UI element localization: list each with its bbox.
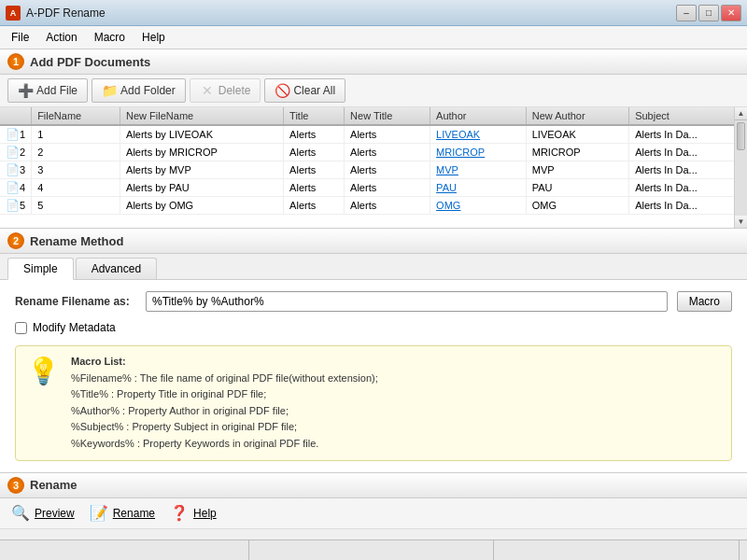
clear-all-icon: 🚫 <box>275 83 289 98</box>
minimize-button[interactable]: – <box>676 5 697 21</box>
section1-number: 1 <box>7 53 24 70</box>
rename-button[interactable]: 📝 Rename <box>90 504 155 523</box>
app-icon: A <box>6 6 21 21</box>
cell-new-filename: Alerts by MVP <box>120 161 284 179</box>
menu-help[interactable]: Help <box>134 29 173 46</box>
menu-file[interactable]: File <box>4 29 36 46</box>
cell-new-title: Alerts <box>345 161 430 179</box>
col-author: Author <box>430 107 527 125</box>
rename-filename-input[interactable] <box>146 291 668 312</box>
cell-new-author: LIVEOAK <box>526 125 628 144</box>
window-title: A-PDF Rename <box>26 7 676 20</box>
help-button[interactable]: ❓ Help <box>170 504 217 523</box>
cell-new-author: MVP <box>526 161 628 179</box>
macro-item: %Title% : Property Title in original PDF… <box>71 388 266 399</box>
cell-subject: Alerts In Da... <box>629 125 747 144</box>
clear-all-button[interactable]: 🚫 Clear All <box>264 78 345 103</box>
clear-all-label: Clear All <box>293 84 335 97</box>
section1-title: Add PDF Documents <box>30 55 150 69</box>
modify-metadata-checkbox[interactable] <box>15 322 27 334</box>
maximize-button[interactable]: □ <box>698 5 719 21</box>
table-row[interactable]: 📄1 1 Alerts by LIVEOAK Alerts Alerts LIV… <box>0 125 747 144</box>
preview-icon: 🔍 <box>11 504 30 523</box>
pdf-icon: 📄 <box>6 199 20 212</box>
author-link[interactable]: PAU <box>436 182 457 193</box>
author-link[interactable]: MVP <box>436 164 458 175</box>
section2-header: 2 Rename Method <box>0 229 747 254</box>
section3-title: Rename <box>30 478 78 492</box>
close-button[interactable]: ✕ <box>721 5 741 21</box>
cell-title: Alerts <box>284 197 345 215</box>
col-new-filename: New FileName <box>120 107 284 125</box>
cell-new-author: MRICROP <box>526 144 628 161</box>
table-row[interactable]: 📄4 4 Alerts by PAU Alerts Alerts PAU PAU… <box>0 179 747 197</box>
col-num <box>0 107 32 125</box>
scroll-up[interactable]: ▲ <box>735 107 747 120</box>
cell-filename: 5 <box>32 197 120 215</box>
section1-header: 1 Add PDF Documents <box>0 49 747 75</box>
cell-new-author: OMG <box>526 197 628 215</box>
cell-author: MVP <box>430 161 527 179</box>
scroll-down[interactable]: ▼ <box>735 216 747 229</box>
tabs-bar: Simple Advanced <box>0 254 747 280</box>
cell-new-title: Alerts <box>345 125 430 144</box>
rename-filename-label: Rename Filename as: <box>15 295 136 308</box>
add-folder-icon: 📁 <box>102 83 117 98</box>
macro-item: %Subject% : Property Subject in original… <box>71 421 297 432</box>
macro-item: %Keywords% : Property Keywords in origin… <box>71 438 318 449</box>
cell-subject: Alerts In Da... <box>629 144 747 161</box>
tab-simple[interactable]: Simple <box>7 258 74 280</box>
cell-new-filename: Alerts by LIVEOAK <box>120 125 284 144</box>
pdf-icon: 📄 <box>6 163 20 176</box>
table-header-row: FileName New FileName Title New Title Au… <box>0 107 747 125</box>
cell-subject: Alerts In Da... <box>629 161 747 179</box>
modify-metadata-row: Modify Metadata <box>15 321 732 334</box>
bulb-icon: 💡 <box>27 356 60 386</box>
author-link[interactable]: OMG <box>436 200 460 211</box>
delete-button[interactable]: ✕ Delete <box>190 78 261 103</box>
file-toolbar: ➕ Add File 📁 Add Folder ✕ Delete 🚫 Clear… <box>0 75 747 107</box>
preview-label: Preview <box>35 507 75 520</box>
tab-advanced[interactable]: Advanced <box>76 258 157 279</box>
cell-num: 📄1 <box>0 125 32 144</box>
macro-button[interactable]: Macro <box>677 291 732 312</box>
help-icon: ❓ <box>170 504 189 523</box>
pdf-icon: 📄 <box>6 128 20 141</box>
menu-macro[interactable]: Macro <box>87 29 133 46</box>
cell-new-author: PAU <box>526 179 628 197</box>
menu-bar: File Action Macro Help <box>0 26 747 49</box>
menu-action[interactable]: Action <box>38 29 84 46</box>
table-row[interactable]: 📄2 2 Alerts by MRICROP Alerts Alerts MRI… <box>0 144 747 161</box>
table-row[interactable]: 📄3 3 Alerts by MVP Alerts Alerts MVP MVP… <box>0 161 747 179</box>
add-file-button[interactable]: ➕ Add File <box>7 78 88 103</box>
cell-filename: 4 <box>32 179 120 197</box>
window-controls: – □ ✕ <box>676 5 741 21</box>
macro-text: Macro List: %Filename% : The file name o… <box>71 354 378 453</box>
rename-filename-row: Rename Filename as: Macro <box>15 291 732 312</box>
table-row[interactable]: 📄5 5 Alerts by OMG Alerts Alerts OMG OMG… <box>0 197 747 215</box>
col-subject: Subject <box>629 107 747 125</box>
cell-new-title: Alerts <box>345 197 430 215</box>
cell-new-title: Alerts <box>345 144 430 161</box>
file-table: FileName New FileName Title New Title Au… <box>0 107 747 215</box>
pdf-icon: 📄 <box>6 146 20 159</box>
cell-filename: 3 <box>32 161 120 179</box>
author-link[interactable]: MRICROP <box>436 147 485 158</box>
cell-title: Alerts <box>284 125 345 144</box>
title-bar: A A-PDF Rename – □ ✕ <box>0 0 747 26</box>
preview-button[interactable]: 🔍 Preview <box>11 504 75 523</box>
author-link[interactable]: LIVEOAK <box>436 129 480 140</box>
status-bar <box>0 539 747 560</box>
section2-title: Rename Method <box>30 234 123 248</box>
status-text <box>7 540 249 560</box>
status-panel2 <box>253 540 495 560</box>
cell-title: Alerts <box>284 144 345 161</box>
cell-num: 📄3 <box>0 161 32 179</box>
macro-item: %Author% : Property Author in original P… <box>71 405 289 416</box>
section2-number: 2 <box>7 232 24 249</box>
add-folder-button[interactable]: 📁 Add Folder <box>92 78 186 103</box>
rename-content: Rename Filename as: Macro Modify Metadat… <box>0 280 747 473</box>
modify-metadata-label: Modify Metadata <box>33 321 116 334</box>
delete-icon: ✕ <box>200 83 215 98</box>
delete-label: Delete <box>218 84 251 97</box>
